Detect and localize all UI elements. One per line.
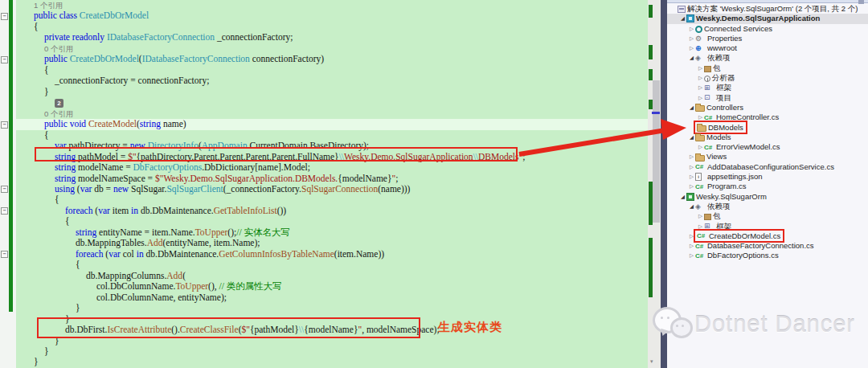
- folder-icon: [695, 135, 705, 141]
- code-line[interactable]: col.DbColumnName.ToUpper(), // 类的属性大写: [16, 281, 648, 292]
- folder-icon: [697, 125, 706, 132]
- code-line[interactable]: private readonly IDatabaseFactoryConnect…: [16, 32, 648, 43]
- fold-marker[interactable]: −: [1, 13, 8, 20]
- tree-item[interactable]: ▷⊞框架: [667, 83, 868, 92]
- tree-item[interactable]: ◢Controllers: [667, 103, 868, 112]
- code-line[interactable]: }: [16, 87, 648, 97]
- code-line[interactable]: string entityName = item.Name.ToUpper();…: [16, 227, 648, 238]
- fold-marker[interactable]: −: [1, 121, 8, 129]
- collapsed-glyph-icon[interactable]: ▷: [697, 73, 704, 83]
- code-token: (name))): [378, 184, 410, 194]
- csharp-file-icon: C#: [695, 162, 706, 171]
- tree-item[interactable]: ▷C#DatabaseFactoryConnection.cs: [667, 241, 868, 251]
- collapsed-glyph-icon[interactable]: ▷: [688, 241, 695, 251]
- tree-item[interactable]: ▷⊕wwwroot: [667, 43, 868, 53]
- fold-marker[interactable]: −: [1, 207, 8, 215]
- code-line[interactable]: {: [16, 194, 648, 205]
- tree-item[interactable]: ◢Wesky.Demo.SqlSugarApplication: [667, 14, 868, 23]
- scrollbar-change-mark: [649, 238, 653, 297]
- expanded-glyph-icon[interactable]: ◢: [679, 14, 686, 23]
- code-line[interactable]: col.DbColumnName, entityName);: [16, 292, 648, 303]
- collapsed-glyph-icon[interactable]: ▷: [697, 83, 704, 92]
- code-line[interactable]: }: [16, 303, 648, 313]
- tree-item[interactable]: ◢Models: [667, 133, 868, 142]
- tree-item[interactable]: 解决方案 'Wesky.SqlSugarOrm' (2 个项目, 共 2 个): [667, 4, 868, 14]
- code-line[interactable]: 1 个引用: [16, 0, 648, 10]
- tree-item[interactable]: ▷分析器: [667, 73, 868, 83]
- tree-item[interactable]: ▷C#CreateDbOrModel.cs: [667, 231, 868, 241]
- tree-item-label: DBModels: [708, 123, 743, 133]
- code-line[interactable]: public class CreateDbOrModel: [16, 10, 648, 21]
- scrollbar-down-arrow-icon[interactable]: ▾: [650, 358, 653, 365]
- collapsed-glyph-icon[interactable]: ▷: [688, 251, 695, 260]
- solution-tree: 解决方案 'Wesky.SqlSugarOrm' (2 个项目, 共 2 个)◢…: [667, 4, 868, 261]
- tree-item[interactable]: ◢◈依赖项: [667, 202, 868, 211]
- code-token: CreateModel: [88, 119, 137, 129]
- code-line[interactable]: }: [16, 346, 648, 357]
- code-line[interactable]: using (var db = new SqlSugar.SqlSugarCli…: [16, 184, 648, 194]
- expanded-glyph-icon[interactable]: ◢: [688, 202, 695, 211]
- code-token: modelNameSpace =: [76, 174, 155, 183]
- tree-item[interactable]: ▷C#DbFactoryOptions.cs: [667, 251, 868, 260]
- tree-item[interactable]: ▷⊡项目: [667, 93, 868, 103]
- code-line[interactable]: db.MappingColumns.Add(: [16, 271, 648, 281]
- tree-item-label: Models: [706, 133, 731, 142]
- collapsed-glyph-icon[interactable]: ▷: [688, 34, 695, 43]
- code-line[interactable]: string modelNameSpace = $"Wesky.Demo.Sql…: [16, 174, 648, 184]
- collapsed-glyph-icon[interactable]: ▷: [688, 182, 695, 191]
- collapsed-glyph-icon[interactable]: ▷: [697, 211, 704, 221]
- scrollbar-caret-mark: [652, 112, 660, 114]
- code-line[interactable]: {: [16, 22, 648, 32]
- code-line[interactable]: }: [16, 357, 648, 367]
- tree-item[interactable]: ▷C#AddDatabaseConfigurationService.cs: [667, 162, 868, 172]
- code-token: foreach: [76, 249, 105, 259]
- code-token: {: [44, 65, 49, 75]
- codelens-badge[interactable]: 2: [55, 99, 63, 108]
- expanded-glyph-icon[interactable]: ◢: [688, 103, 695, 112]
- code-line[interactable]: 0 个引用: [16, 43, 648, 54]
- collapsed-glyph-icon[interactable]: ▷: [688, 24, 695, 34]
- tree-item[interactable]: ◢◈依赖项: [667, 53, 868, 63]
- code-line[interactable]: 2: [16, 97, 648, 108]
- code-line[interactable]: _connectionFactory = connectionFactory;: [16, 76, 648, 86]
- code-lines: 1 个引用public class CreateDbOrModel{privat…: [16, 0, 648, 368]
- tree-item[interactable]: ▷iappsettings.json: [667, 172, 868, 182]
- fold-marker[interactable]: −: [1, 251, 8, 258]
- code-line[interactable]: foreach (var item in db.DbMaintenance.Ge…: [16, 206, 648, 216]
- code-line[interactable]: db.MappingTables.Add(entityName, item.Na…: [16, 238, 648, 248]
- fold-marker[interactable]: −: [1, 56, 8, 63]
- expanded-glyph-icon[interactable]: ◢: [679, 192, 686, 202]
- tree-item[interactable]: DBModels: [667, 123, 868, 133]
- tree-item[interactable]: ▷⚙Properties: [667, 34, 868, 43]
- tree-item[interactable]: ▷Views: [667, 152, 868, 162]
- collapsed-glyph-icon[interactable]: ▷: [688, 172, 695, 182]
- fold-marker[interactable]: −: [1, 186, 8, 193]
- tree-item[interactable]: ▷C#ErrorViewModel.cs: [667, 142, 868, 152]
- tree-item-label: AddDatabaseConfigurationService.cs: [707, 162, 834, 172]
- code-token: readonly: [72, 32, 107, 42]
- collapsed-glyph-icon[interactable]: ▷: [697, 142, 704, 152]
- collapsed-glyph-icon[interactable]: ▷: [697, 63, 704, 73]
- csharp-file-icon: C#: [704, 143, 714, 152]
- collapsed-glyph-icon[interactable]: ▷: [697, 93, 704, 103]
- properties-icon: ⚙: [695, 35, 706, 43]
- code-line[interactable]: foreach (var col in db.DbMaintenance.Get…: [16, 249, 648, 260]
- tree-item[interactable]: ▷包: [667, 211, 868, 221]
- code-token: string: [55, 162, 76, 172]
- code-token: void: [70, 119, 88, 129]
- code-line[interactable]: {: [16, 216, 648, 227]
- tree-item[interactable]: ▷包: [667, 63, 868, 73]
- code-editor[interactable]: 1 个引用public class CreateDbOrModel{privat…: [0, 0, 648, 368]
- code-line[interactable]: public CreateDbOrModel(IDatabaseFactoryC…: [16, 54, 648, 64]
- code-token: _connectionFactory;: [215, 32, 293, 42]
- tree-item[interactable]: ▷Connected Services: [667, 24, 868, 34]
- collapsed-glyph-icon[interactable]: ▷: [688, 43, 695, 53]
- code-line[interactable]: string modelName = DbFactoryOptions.DbDi…: [16, 162, 648, 173]
- code-token: ()): [277, 206, 287, 215]
- tree-item[interactable]: ▷C#Program.cs: [667, 182, 868, 191]
- code-line[interactable]: {: [16, 65, 648, 76]
- code-line[interactable]: {: [16, 260, 648, 270]
- tree-item[interactable]: ◢Wesky.SqlSugarOrm: [667, 192, 868, 202]
- code-token: string: [55, 174, 76, 183]
- expanded-glyph-icon[interactable]: ◢: [688, 53, 695, 63]
